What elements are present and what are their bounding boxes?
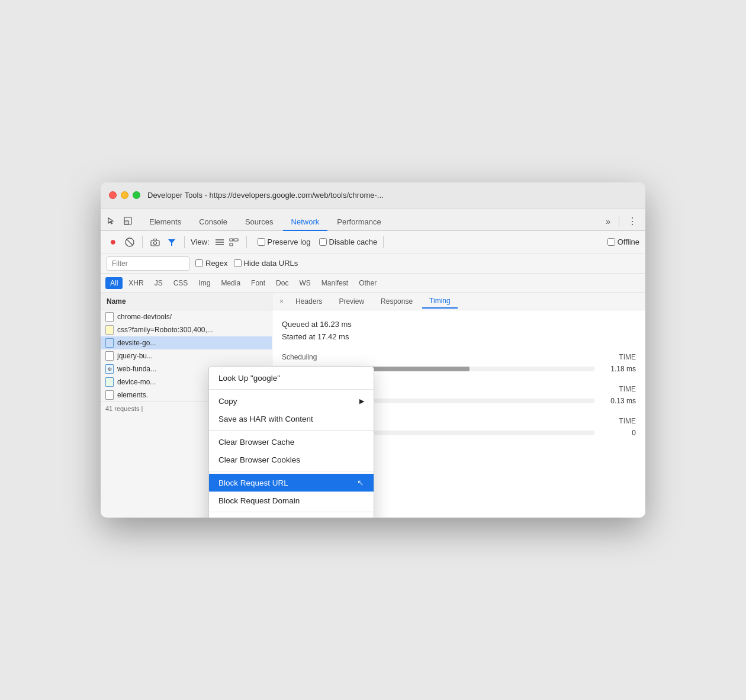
- cursor-icon[interactable]: [105, 215, 117, 227]
- svg-rect-10: [230, 239, 233, 241]
- response-time-label: TIME: [619, 417, 636, 425]
- view-label: View:: [191, 237, 210, 246]
- scheduling-value: 1.18 ms: [600, 365, 636, 373]
- tab-bar: Elements Console Sources Network Perform…: [101, 208, 645, 231]
- context-menu: Look Up "google" Copy ▶ Save as HAR with…: [208, 366, 374, 518]
- type-img[interactable]: Img: [194, 277, 215, 289]
- file-icon-blue: [105, 338, 114, 348]
- type-media[interactable]: Media: [216, 277, 245, 289]
- clear-button[interactable]: [123, 236, 136, 249]
- tab-timing[interactable]: Timing: [422, 294, 458, 309]
- request-item[interactable]: css?family=Roboto:300,400,...: [101, 323, 272, 336]
- request-item-selected[interactable]: devsite-go...: [101, 336, 272, 349]
- type-other[interactable]: Other: [354, 277, 381, 289]
- toolbar-separator-1: [142, 236, 143, 248]
- offline-label: Offline: [618, 237, 639, 246]
- svg-rect-4: [151, 240, 159, 246]
- ctx-save-har[interactable]: Save as HAR with Content: [209, 410, 374, 428]
- ctx-copy-arrow: ▶: [359, 397, 364, 405]
- maximize-button[interactable]: [133, 191, 140, 199]
- offline-checkbox[interactable]: [607, 238, 615, 246]
- regex-checkbox[interactable]: [195, 259, 203, 267]
- close-button[interactable]: [109, 191, 117, 199]
- start-value: 0.13 ms: [600, 397, 636, 405]
- type-manifest[interactable]: Manifest: [317, 277, 353, 289]
- record-button[interactable]: ●: [107, 236, 120, 249]
- cursor-icon: ↖: [357, 478, 364, 487]
- hide-data-urls-checkbox[interactable]: [234, 259, 242, 267]
- type-js[interactable]: JS: [150, 277, 168, 289]
- response-value: 0: [600, 429, 636, 437]
- tab-sources[interactable]: Sources: [237, 214, 282, 231]
- svg-point-5: [154, 242, 157, 245]
- title-bar: Developer Tools - https://developers.goo…: [101, 182, 645, 208]
- request-item[interactable]: jquery-bu...: [101, 349, 272, 362]
- file-icon-css: [105, 325, 114, 335]
- type-all[interactable]: All: [105, 277, 123, 289]
- type-ws[interactable]: WS: [294, 277, 315, 289]
- offline-group: Offline: [607, 237, 639, 246]
- disable-cache-checkbox[interactable]: [319, 238, 327, 246]
- menu-button[interactable]: ⋮: [624, 216, 641, 227]
- filter-input[interactable]: [107, 256, 189, 271]
- toolbar: ● View: Preserve log Disable cach: [101, 231, 645, 253]
- tab-headers[interactable]: Headers: [288, 295, 329, 308]
- more-tabs-button[interactable]: »: [602, 217, 614, 226]
- file-icon: [105, 351, 114, 361]
- tree-view-button[interactable]: [227, 236, 240, 249]
- ctx-open-sources[interactable]: Open in Sources Panel: [209, 515, 374, 518]
- toolbar-separator-4: [383, 236, 384, 248]
- type-xhr[interactable]: XHR: [124, 277, 148, 289]
- regex-label: Regex: [205, 259, 228, 268]
- ctx-separator-2: [209, 430, 374, 431]
- minimize-button[interactable]: [121, 191, 128, 199]
- request-item[interactable]: chrome-devtools/: [101, 310, 272, 323]
- view-buttons: [213, 236, 240, 249]
- tab-elements[interactable]: Elements: [141, 214, 189, 231]
- type-css[interactable]: CSS: [169, 277, 193, 289]
- regex-group: Regex: [195, 259, 228, 268]
- filter-button[interactable]: [165, 236, 178, 249]
- ctx-copy[interactable]: Copy ▶: [209, 392, 374, 410]
- toolbar-separator-3: [246, 236, 247, 248]
- window-title: Developer Tools - https://developers.goo…: [147, 191, 637, 200]
- svg-rect-1: [124, 221, 128, 224]
- type-font[interactable]: Font: [246, 277, 270, 289]
- svg-rect-12: [234, 239, 238, 241]
- right-tabs: × Headers Preview Response Timing: [272, 293, 645, 310]
- dock-icon[interactable]: [122, 215, 134, 227]
- file-icon-gear: ⚙: [105, 364, 114, 374]
- tab-performance[interactable]: Performance: [329, 214, 389, 231]
- ctx-look-up[interactable]: Look Up "google": [209, 369, 374, 387]
- tab-preview[interactable]: Preview: [332, 295, 371, 308]
- ctx-block-domain[interactable]: Block Request Domain: [209, 492, 374, 509]
- file-icon: [105, 390, 114, 400]
- preserve-log-group: Preserve log: [258, 237, 311, 246]
- camera-button[interactable]: [149, 236, 162, 249]
- ctx-separator-4: [209, 512, 374, 512]
- ctx-block-url[interactable]: Block Request URL ↖: [209, 474, 374, 492]
- ctx-separator-3: [209, 471, 374, 471]
- tab-network[interactable]: Network: [283, 214, 328, 231]
- preserve-log-label: Preserve log: [268, 237, 311, 246]
- close-tab-button[interactable]: ×: [277, 295, 286, 308]
- scheduling-label: Scheduling: [282, 353, 317, 361]
- list-view-button[interactable]: [213, 236, 226, 249]
- type-doc[interactable]: Doc: [271, 277, 293, 289]
- ctx-separator-1: [209, 389, 374, 390]
- started-row: Started at 17.42 ms: [282, 332, 636, 341]
- ctx-clear-cache[interactable]: Clear Browser Cache: [209, 433, 374, 451]
- tab-response[interactable]: Response: [374, 295, 420, 308]
- requests-header: Name: [101, 293, 272, 310]
- preserve-log-checkbox[interactable]: [258, 238, 265, 246]
- file-icon-img: [105, 377, 114, 387]
- scheduling-time-label: TIME: [619, 353, 636, 361]
- tab-icons: [105, 215, 134, 230]
- svg-rect-13: [230, 243, 233, 246]
- svg-line-3: [127, 239, 133, 245]
- tab-console[interactable]: Console: [191, 214, 236, 231]
- disable-cache-label: Disable cache: [329, 237, 378, 246]
- hide-data-urls-group: Hide data URLs: [234, 259, 298, 268]
- ctx-clear-cookies[interactable]: Clear Browser Cookies: [209, 451, 374, 468]
- file-icon: [105, 312, 114, 322]
